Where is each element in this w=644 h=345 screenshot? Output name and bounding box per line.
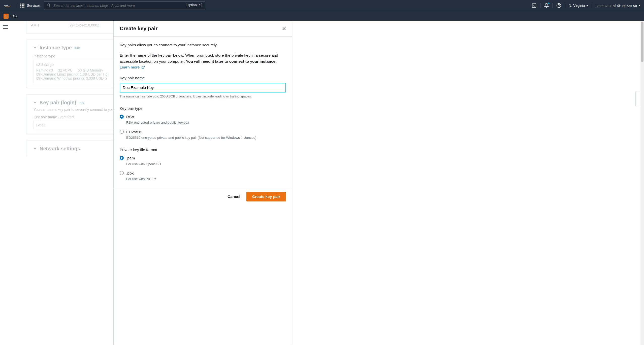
modal-footer: Cancel Create key pair [114, 188, 292, 205]
main-content: AMIs 29T14:44:10.000Z Instance type Info… [11, 21, 644, 345]
svg-text:aws: aws [4, 4, 8, 6]
service-subnav: ◫ EC2 [0, 11, 644, 21]
svg-line-7 [143, 66, 144, 67]
cancel-button[interactable]: Cancel [226, 192, 242, 201]
region-selector[interactable]: N. Virginia [569, 4, 588, 8]
radio-pem-input[interactable] [120, 156, 124, 160]
keypair-name-input[interactable] [120, 83, 286, 92]
nav-divider [565, 3, 565, 8]
right-panel-toggle[interactable] [635, 91, 640, 106]
nav-divider [592, 3, 592, 8]
top-nav: aws Services [Option+S] N. Virginia john… [0, 0, 644, 11]
nav-divider [540, 3, 540, 8]
close-icon[interactable]: × [282, 25, 286, 32]
radio-ed25519[interactable]: ED25519 [120, 129, 286, 135]
radio-ppk-desc: For use with PuTTY [126, 177, 286, 182]
radio-ppk-label: .ppk [126, 170, 134, 176]
svg-line-2 [49, 6, 50, 7]
region-label: N. Virginia [569, 4, 585, 8]
modal-desc-bold: You will need it later to connect to you… [186, 59, 277, 63]
learn-more-link[interactable]: Learn more [120, 65, 145, 69]
external-link-icon [141, 65, 145, 71]
scrollbar[interactable] [640, 21, 644, 345]
global-search: [Option+S] [44, 1, 205, 10]
radio-rsa[interactable]: RSA [120, 114, 286, 120]
radio-ed25519-desc: ED25519 encrypted private and public key… [126, 135, 286, 140]
radio-ppk-input[interactable] [120, 171, 124, 175]
ec2-service-icon: ◫ [4, 14, 9, 19]
modal-title: Create key pair [120, 25, 158, 31]
account-label: john-hummel @ sendence [596, 4, 637, 8]
aws-logo[interactable]: aws [4, 4, 12, 7]
search-input[interactable] [44, 1, 205, 10]
radio-rsa-label: RSA [126, 114, 134, 120]
radio-ed25519-input[interactable] [120, 130, 124, 134]
svg-point-1 [47, 4, 49, 6]
notification-badge [548, 3, 550, 4]
nav-divider [553, 3, 553, 8]
hamburger-icon[interactable] [3, 24, 8, 345]
radio-rsa-desc: RSA encrypted private and public key pai… [126, 120, 286, 125]
keypair-name-label: Key pair name [120, 75, 286, 81]
radio-pem[interactable]: .pem [120, 155, 286, 161]
modal-body: Key pairs allow you to connect to your i… [114, 37, 292, 188]
modal-intro: Key pairs allow you to connect to your i… [120, 42, 286, 48]
services-label: Services [27, 4, 41, 8]
modal-header: Create key pair × [114, 21, 292, 37]
key-format-label: Private key file format [120, 147, 286, 153]
radio-pem-desc: For use with OpenSSH [126, 162, 286, 167]
caret-down-icon [586, 5, 588, 6]
search-hotkey: [Option+S] [185, 3, 202, 7]
grid-icon [20, 4, 24, 8]
radio-ed25519-label: ED25519 [126, 129, 143, 135]
modal-overlay: Create key pair × Key pairs allow you to… [11, 21, 644, 345]
keypair-type-label: Key pair type [120, 106, 286, 111]
services-menu[interactable]: Services [20, 4, 41, 8]
sidebar-toggle-column [0, 21, 11, 345]
learn-more-text: Learn more [120, 65, 140, 69]
cloudshell-icon[interactable] [532, 3, 537, 8]
radio-rsa-input[interactable] [120, 115, 124, 119]
create-key-pair-button[interactable]: Create key pair [246, 192, 286, 201]
modal-description: Enter the name of the key pair below. Wh… [120, 52, 286, 71]
radio-pem-label: .pem [126, 155, 135, 161]
service-name[interactable]: EC2 [11, 14, 17, 18]
search-icon [47, 3, 51, 8]
notifications-icon[interactable] [544, 3, 549, 8]
create-key-pair-modal: Create key pair × Key pairs allow you to… [113, 21, 292, 345]
nav-divider [17, 3, 17, 8]
account-menu[interactable]: john-hummel @ sendence [596, 4, 640, 8]
radio-ppk[interactable]: .ppk [120, 170, 286, 176]
caret-down-icon [638, 5, 640, 6]
scrollbar-thumb[interactable] [641, 22, 643, 62]
help-icon[interactable] [556, 3, 561, 8]
keypair-name-hint: The name can include upto 255 ASCII char… [120, 94, 286, 99]
